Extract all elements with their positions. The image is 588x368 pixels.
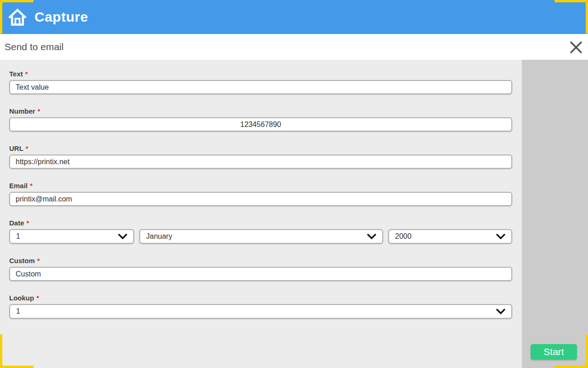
- day-select[interactable]: 1: [9, 229, 134, 244]
- field-date: Date * 1 January 2000: [9, 219, 512, 244]
- field-lookup: Lookup * 1: [9, 294, 512, 319]
- required-asterisk: *: [27, 219, 29, 227]
- required-asterisk: *: [30, 182, 33, 190]
- custom-field-input[interactable]: [9, 267, 512, 281]
- required-asterisk: *: [25, 70, 28, 78]
- field-custom: Custom *: [9, 257, 512, 281]
- field-label-text: Number: [9, 107, 35, 115]
- field-email: Email *: [9, 182, 512, 206]
- field-number: Number *: [9, 107, 512, 132]
- dialog-title: Send to email: [5, 41, 63, 52]
- month-select[interactable]: January: [139, 229, 383, 244]
- field-label: URL *: [9, 144, 512, 152]
- home-icon[interactable]: [8, 8, 27, 26]
- field-label: Custom *: [9, 257, 512, 264]
- side-panel: Start: [522, 60, 588, 368]
- app-header: Capture: [0, 0, 588, 34]
- chevron-down-icon: [496, 309, 505, 314]
- content-area: Text * Number * URL * Email *: [0, 60, 588, 368]
- chevron-down-icon: [118, 234, 127, 239]
- required-asterisk: *: [36, 294, 39, 302]
- field-label-text: Lookup: [9, 294, 34, 302]
- year-select[interactable]: 2000: [388, 229, 512, 244]
- field-label: Date *: [9, 219, 512, 227]
- email-field-input[interactable]: [9, 192, 512, 206]
- dialog-title-bar: Send to email: [0, 34, 588, 60]
- field-label-text: Email: [9, 182, 28, 190]
- field-label: Number *: [9, 107, 512, 115]
- chevron-down-icon: [496, 234, 505, 239]
- field-label: Text *: [9, 70, 512, 78]
- field-label: Email *: [9, 182, 512, 190]
- day-select-value: 1: [16, 232, 20, 241]
- month-select-value: January: [146, 232, 172, 241]
- lookup-select-value: 1: [16, 307, 20, 316]
- field-text: Text *: [9, 70, 512, 94]
- close-icon[interactable]: [568, 39, 584, 56]
- workflow-form: Text * Number * URL * Email *: [0, 60, 522, 368]
- lookup-select[interactable]: 1: [9, 304, 512, 319]
- url-field-input[interactable]: [9, 155, 512, 169]
- date-selects-row: 1 January 2000: [9, 229, 512, 244]
- chevron-down-icon: [367, 234, 376, 239]
- field-label-text: Text: [9, 70, 23, 78]
- year-select-value: 2000: [395, 232, 412, 241]
- text-field-input[interactable]: [9, 80, 512, 94]
- field-label-text: Date: [9, 219, 24, 227]
- required-asterisk: *: [38, 107, 40, 115]
- app-title: Capture: [34, 9, 88, 25]
- start-button[interactable]: Start: [531, 344, 577, 360]
- field-label: Lookup *: [9, 294, 512, 302]
- required-asterisk: *: [26, 144, 28, 152]
- field-label-text: URL: [9, 144, 23, 152]
- field-url: URL *: [9, 144, 512, 169]
- number-field-input[interactable]: [9, 117, 512, 132]
- required-asterisk: *: [37, 257, 40, 264]
- field-label-text: Custom: [9, 257, 35, 264]
